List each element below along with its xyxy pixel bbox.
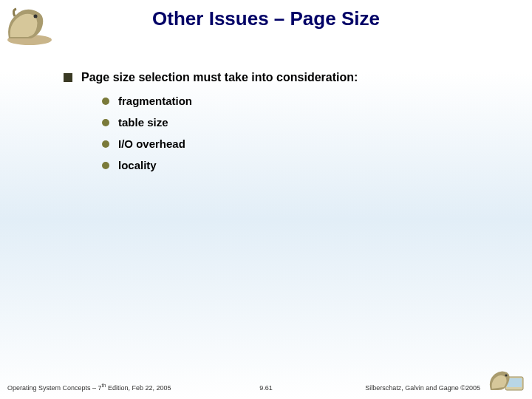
bullet-level2: I/O overhead: [102, 137, 502, 150]
bullet-level2: fragmentation: [102, 95, 502, 107]
slide: Other Issues – Page Size Page size selec…: [0, 0, 532, 399]
circle-bullet-icon: [102, 119, 109, 126]
bullet-level1: Page size selection must take into consi…: [64, 71, 502, 84]
bullet-level2: table size: [102, 116, 502, 129]
circle-bullet-icon: [102, 98, 109, 105]
slide-title: Other Issues – Page Size: [0, 7, 532, 30]
item-text: fragmentation: [118, 95, 192, 107]
circle-bullet-icon: [102, 140, 109, 148]
sub-bullets: fragmentation table size I/O overhead lo…: [102, 95, 502, 171]
item-text: table size: [118, 116, 168, 129]
item-text: I/O overhead: [118, 137, 185, 150]
item-text: locality: [118, 159, 157, 171]
footer-copyright: Silberschatz, Galvin and Gagne ©2005: [365, 384, 480, 392]
svg-point-4: [505, 374, 507, 376]
lead-text: Page size selection must take into consi…: [81, 71, 358, 84]
slide-content: Page size selection must take into consi…: [64, 71, 502, 180]
bullet-level2: locality: [102, 159, 502, 171]
circle-bullet-icon: [102, 162, 109, 169]
slide-footer: Operating System Concepts – 7th Edition,…: [0, 378, 532, 392]
square-bullet-icon: [64, 73, 72, 82]
